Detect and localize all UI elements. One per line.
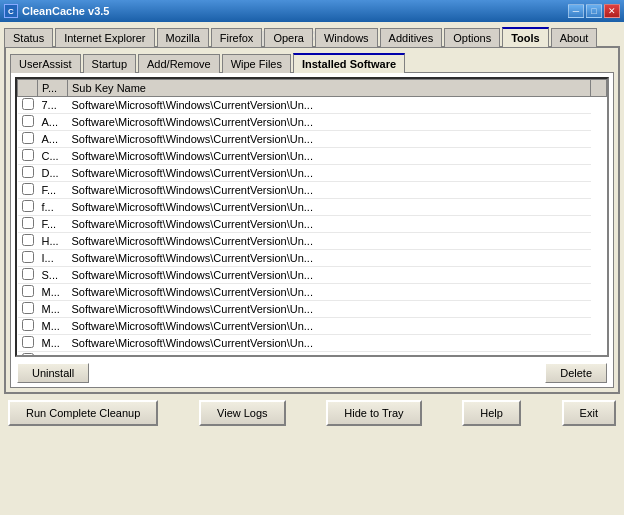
row-path: Software\Microsoft\Windows\CurrentVersio…	[68, 182, 591, 199]
window-controls: ─ □ ✕	[568, 4, 620, 18]
tab-wipe-files[interactable]: Wipe Files	[222, 54, 291, 73]
tab-tools[interactable]: Tools	[502, 27, 549, 47]
exit-button[interactable]: Exit	[562, 400, 616, 426]
maximize-button[interactable]: □	[586, 4, 602, 18]
run-cleanup-button[interactable]: Run Complete Cleanup	[8, 400, 158, 426]
row-checkbox[interactable]	[22, 268, 34, 280]
row-path: Software\Microsoft\Windows\CurrentVersio…	[68, 233, 591, 250]
row-checkbox[interactable]	[22, 336, 34, 348]
col-scroll-space	[591, 80, 607, 97]
row-path: Software\Microsoft\Windows\CurrentVersio…	[68, 335, 591, 352]
row-prefix: C...	[38, 148, 68, 165]
table-row[interactable]: F... Software\Microsoft\Windows\CurrentV…	[18, 182, 607, 199]
minimize-button[interactable]: ─	[568, 4, 584, 18]
row-checkbox[interactable]	[22, 285, 34, 297]
row-path: Software\Microsoft\Windows\CurrentVersio…	[68, 318, 591, 335]
software-table: P... Sub Key Name 7... Software\Microsof…	[17, 79, 607, 357]
close-button[interactable]: ✕	[604, 4, 620, 18]
tab-userassist[interactable]: UserAssist	[10, 54, 81, 73]
table-row[interactable]: H... Software\Microsoft\Windows\CurrentV…	[18, 233, 607, 250]
table-row[interactable]: M... Software\Microsoft\Windows\CurrentV…	[18, 301, 607, 318]
view-logs-button[interactable]: View Logs	[199, 400, 286, 426]
row-path: Software\Microsoft\Windows\CurrentVersio…	[68, 114, 591, 131]
tab-firefox[interactable]: Firefox	[211, 28, 263, 47]
row-checkbox[interactable]	[22, 166, 34, 178]
tab-internet-explorer[interactable]: Internet Explorer	[55, 28, 154, 47]
row-checkbox[interactable]	[22, 200, 34, 212]
tab-status[interactable]: Status	[4, 28, 53, 47]
row-checkbox[interactable]	[22, 353, 34, 357]
tab-options[interactable]: Options	[444, 28, 500, 47]
row-path: Software\Microsoft\Windows\CurrentVersio…	[68, 148, 591, 165]
row-prefix: A...	[38, 114, 68, 131]
row-path: Software\Microsoft\Windows\CurrentVersio…	[68, 250, 591, 267]
table-row[interactable]: I... Software\Microsoft\Windows\CurrentV…	[18, 250, 607, 267]
row-prefix: S...	[38, 267, 68, 284]
row-checkbox[interactable]	[22, 115, 34, 127]
tab-windows[interactable]: Windows	[315, 28, 378, 47]
tab-additives[interactable]: Additives	[380, 28, 443, 47]
row-path: Software\Microsoft\Windows\CurrentVersio…	[68, 199, 591, 216]
tab-content-area: UserAssist Startup Add/Remove Wipe Files…	[4, 46, 620, 394]
help-button[interactable]: Help	[462, 400, 521, 426]
row-prefix: 7...	[38, 97, 68, 114]
table-row[interactable]: A... Software\Microsoft\Windows\CurrentV…	[18, 131, 607, 148]
row-checkbox[interactable]	[22, 149, 34, 161]
tab-startup[interactable]: Startup	[83, 54, 136, 73]
row-prefix: M...	[38, 284, 68, 301]
table-row[interactable]: f... Software\Microsoft\Windows\CurrentV…	[18, 199, 607, 216]
row-prefix: F...	[38, 182, 68, 199]
table-row[interactable]: 7... Software\Microsoft\Windows\CurrentV…	[18, 97, 607, 114]
tab-row-1: Status Internet Explorer Mozilla Firefox…	[4, 26, 620, 46]
row-prefix: M...	[38, 318, 68, 335]
tab-mozilla[interactable]: Mozilla	[157, 28, 209, 47]
table-row[interactable]: D... Software\Microsoft\Windows\CurrentV…	[18, 165, 607, 182]
row-path: Software\Microsoft\Windows\CurrentVersio…	[68, 131, 591, 148]
table-row[interactable]: F... Software\Microsoft\Windows\CurrentV…	[18, 216, 607, 233]
row-prefix: M...	[38, 335, 68, 352]
table-row[interactable]: S... Software\Microsoft\Windows\CurrentV…	[18, 267, 607, 284]
row-checkbox[interactable]	[22, 132, 34, 144]
bottom-bar: Run Complete Cleanup View Logs Hide to T…	[4, 394, 620, 432]
tab-opera[interactable]: Opera	[264, 28, 313, 47]
tab-row-2: UserAssist Startup Add/Remove Wipe Files…	[10, 52, 614, 72]
row-path: Software\Microsoft\Windows\CurrentVersio…	[68, 267, 591, 284]
table-row[interactable]: S... Software\Microsoft\Windows\CurrentV…	[18, 352, 607, 358]
main-window: SOFTPEDIA Status Internet Explorer Mozil…	[0, 22, 624, 436]
row-path: Software\Microsoft\Windows\CurrentVersio…	[68, 352, 591, 358]
row-checkbox[interactable]	[22, 234, 34, 246]
col-key-header: Sub Key Name	[68, 80, 591, 97]
delete-button[interactable]: Delete	[545, 363, 607, 383]
row-path: Software\Microsoft\Windows\CurrentVersio…	[68, 284, 591, 301]
row-prefix: A...	[38, 131, 68, 148]
table-row[interactable]: C... Software\Microsoft\Windows\CurrentV…	[18, 148, 607, 165]
row-checkbox[interactable]	[22, 319, 34, 331]
table-row[interactable]: M... Software\Microsoft\Windows\CurrentV…	[18, 318, 607, 335]
row-prefix: I...	[38, 250, 68, 267]
uninstall-button[interactable]: Uninstall	[17, 363, 89, 383]
installed-software-content: P... Sub Key Name 7... Software\Microsof…	[10, 72, 614, 388]
row-prefix: D...	[38, 165, 68, 182]
window-title: CleanCache v3.5	[22, 5, 109, 17]
tab-add-remove[interactable]: Add/Remove	[138, 54, 220, 73]
hide-to-tray-button[interactable]: Hide to Tray	[326, 400, 421, 426]
row-path: Software\Microsoft\Windows\CurrentVersio…	[68, 165, 591, 182]
row-path: Software\Microsoft\Windows\CurrentVersio…	[68, 216, 591, 233]
tab-installed-software[interactable]: Installed Software	[293, 53, 405, 73]
row-checkbox[interactable]	[22, 217, 34, 229]
col-check	[18, 80, 38, 97]
col-prefix-header: P...	[38, 80, 68, 97]
table-row[interactable]: M... Software\Microsoft\Windows\CurrentV…	[18, 335, 607, 352]
action-row: Uninstall Delete	[15, 363, 609, 383]
row-checkbox[interactable]	[22, 251, 34, 263]
row-checkbox[interactable]	[22, 98, 34, 110]
table-row[interactable]: A... Software\Microsoft\Windows\CurrentV…	[18, 114, 607, 131]
software-table-container[interactable]: P... Sub Key Name 7... Software\Microsof…	[15, 77, 609, 357]
table-row[interactable]: M... Software\Microsoft\Windows\CurrentV…	[18, 284, 607, 301]
tab-about[interactable]: About	[551, 28, 598, 47]
row-prefix: S...	[38, 352, 68, 358]
row-path: Software\Microsoft\Windows\CurrentVersio…	[68, 301, 591, 318]
row-checkbox[interactable]	[22, 302, 34, 314]
row-prefix: f...	[38, 199, 68, 216]
row-checkbox[interactable]	[22, 183, 34, 195]
